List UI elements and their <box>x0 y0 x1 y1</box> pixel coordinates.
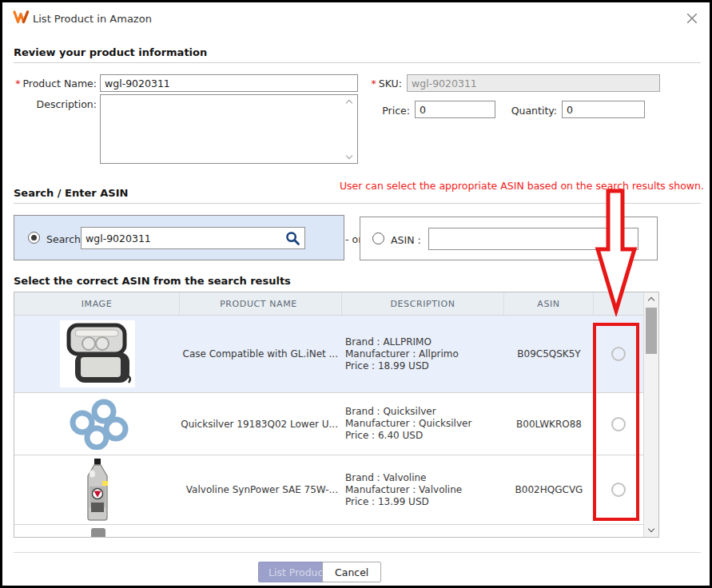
close-icon[interactable] <box>686 12 698 25</box>
search-input[interactable] <box>81 227 305 249</box>
product-name-cell: Case Compatible with GL.iNet ... <box>180 316 342 392</box>
review-section-heading: Review your product information <box>14 46 207 58</box>
asin-cell: B09C5QSK5Y <box>504 316 594 392</box>
asin-option-label: ASIN : <box>391 234 421 246</box>
product-image-cell <box>14 455 180 524</box>
required-marker: * <box>372 77 376 89</box>
asin-cell: B002HQGCVG <box>504 455 594 524</box>
scroll-down-icon[interactable] <box>644 523 658 537</box>
column-header-image: IMAGE <box>14 292 180 315</box>
scroll-down-icon[interactable] <box>346 153 352 159</box>
annotation-rectangle <box>593 323 639 521</box>
manufacturer-line: Manufacturer : Valvoline <box>345 484 504 496</box>
manufacturer-line: Manufacturer : Quicksilver <box>345 418 504 430</box>
quantity-label: Quantity: <box>496 105 557 117</box>
product-description-cell: Brand : Valvoline Manufacturer : Valvoli… <box>342 455 504 524</box>
product-name-input[interactable] <box>100 74 358 92</box>
oil-bottle-image <box>80 457 115 522</box>
product-name-cell: Valvoline SynPower SAE 75W-... <box>180 455 342 524</box>
sku-input <box>407 74 660 92</box>
price-label: Price: <box>356 105 410 117</box>
asin-cell: B00LWKRO88 <box>504 393 594 455</box>
o-ring-seal-kit-image <box>66 398 129 451</box>
section-divider <box>14 62 701 63</box>
product-description-cell: Brand : Quicksilver Manufacturer : Quick… <box>342 393 504 455</box>
table-row[interactable]: Valvoline SynPower SAE 75W-... Brand : V… <box>14 455 643 524</box>
scroll-up-icon[interactable] <box>346 100 352 106</box>
brand-line: Brand : Quicksilver <box>345 406 504 418</box>
cancel-button[interactable]: Cancel <box>322 562 381 582</box>
annotation-arrow-icon <box>585 187 649 316</box>
search-results-table: IMAGE PRODUCT NAME DESCRIPTION ASIN <box>14 292 659 538</box>
column-header-asin: ASIN <box>504 292 594 315</box>
textarea-scrollbar[interactable] <box>344 97 356 162</box>
search-option-panel: Search : <box>14 215 344 260</box>
product-name-cell: Quicksilver 19183Q02 Lower U... <box>180 393 342 455</box>
sku-label: *SKU: <box>357 77 402 89</box>
partial-product-image <box>91 528 105 537</box>
table-content: IMAGE PRODUCT NAME DESCRIPTION ASIN <box>14 292 643 537</box>
results-section-heading: Select the correct ASIN from the search … <box>14 275 291 287</box>
table-row-partial <box>14 524 643 536</box>
description-textarea[interactable] <box>100 94 358 164</box>
column-header-description: DESCRIPTION <box>342 292 504 315</box>
brand-line: Brand : Valvoline <box>345 472 504 484</box>
product-image-cell <box>14 393 180 455</box>
required-marker: * <box>15 77 20 89</box>
app-logo-icon <box>13 10 30 24</box>
quantity-input[interactable] <box>562 101 645 118</box>
annotation-text: User can select the appropriate ASIN bas… <box>340 180 704 192</box>
table-header-row: IMAGE PRODUCT NAME DESCRIPTION ASIN <box>14 292 643 315</box>
price-line: Price : 6.40 USD <box>345 430 504 442</box>
asin-radio[interactable] <box>372 232 384 244</box>
product-image-cell <box>14 316 180 392</box>
search-section-heading: Search / Enter ASIN <box>14 187 128 199</box>
price-input[interactable] <box>415 101 495 118</box>
table-row[interactable]: Quicksilver 19183Q02 Lower U... Brand : … <box>14 392 643 455</box>
brand-line: Brand : ALLPRIMO <box>345 336 504 348</box>
column-header-product-name: PRODUCT NAME <box>180 292 342 315</box>
search-radio[interactable] <box>28 232 40 244</box>
footer-divider <box>14 552 701 553</box>
dialog-title: List Product in Amazon <box>33 13 152 25</box>
table-scrollbar[interactable] <box>643 292 658 537</box>
carrying-case-image <box>60 320 135 387</box>
manufacturer-line: Manufacturer : Allprimo <box>345 348 504 360</box>
table-row[interactable]: Case Compatible with GL.iNet ... Brand :… <box>14 315 643 392</box>
price-line: Price : 13.99 USD <box>345 496 504 508</box>
product-description-cell: Brand : ALLPRIMO Manufacturer : Allprimo… <box>342 316 504 392</box>
search-icon[interactable] <box>285 231 300 246</box>
price-line: Price : 18.99 USD <box>345 360 504 372</box>
description-label: Description: <box>7 98 97 110</box>
product-name-label: *Product Name: <box>7 77 97 89</box>
